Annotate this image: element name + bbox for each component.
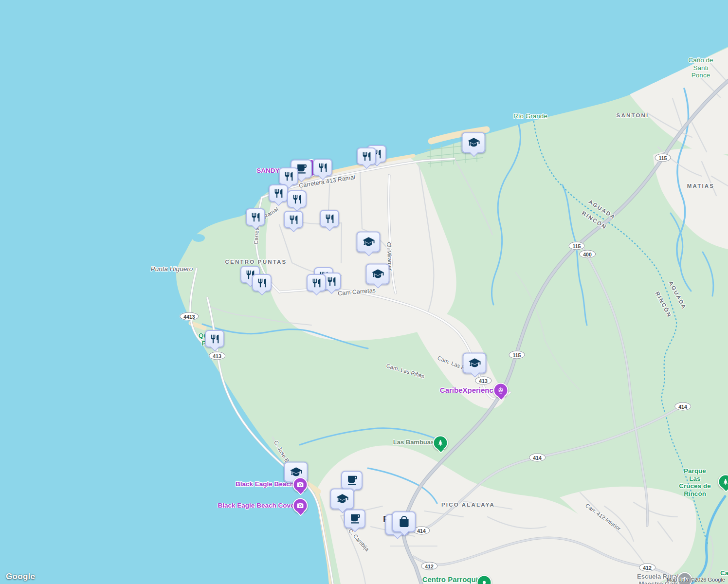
attraction-pin[interactable] (493, 383, 509, 398)
attraction-icon (497, 386, 505, 395)
camera-pin[interactable] (293, 498, 308, 513)
map-viewport[interactable]: Caño de Santi PonceRío GrandeSANTONIMATI… (0, 0, 728, 584)
tree-icon (437, 439, 445, 447)
tree-icon (722, 478, 728, 486)
tree-pin[interactable] (718, 474, 728, 490)
dot-pin[interactable] (477, 575, 492, 584)
pins-front-layer (0, 0, 728, 584)
camera-icon (296, 481, 305, 489)
camera-icon (296, 502, 305, 510)
dot-icon (480, 579, 489, 584)
tree-pin[interactable] (433, 436, 448, 451)
map-attribution: Map data ©2026 Google (667, 577, 725, 583)
camera-pin[interactable] (293, 477, 308, 493)
google-logo[interactable]: Google (6, 572, 35, 582)
